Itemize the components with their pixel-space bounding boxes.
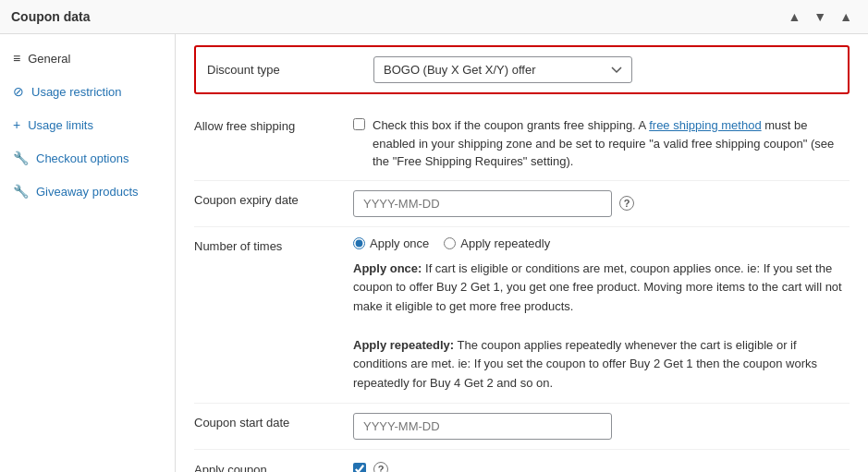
sidebar-item-general[interactable]: ≡ General — [0, 42, 175, 75]
usage-restriction-icon: ⊘ — [13, 84, 24, 99]
expiry-date-content: ? — [353, 190, 850, 217]
free-shipping-content: Check this box if the coupon grants free… — [353, 116, 850, 171]
sidebar-item-label-usage-limits: Usage limits — [28, 118, 93, 132]
discount-type-select[interactable]: BOGO (Buy X Get X/Y) offerPercentage dis… — [373, 56, 632, 83]
collapse-up-button[interactable]: ▲ — [783, 7, 805, 26]
checkout-options-icon: 🔧 — [13, 151, 29, 165]
apply-coupon-label: Apply coupon automatically — [194, 459, 342, 472]
discount-type-label: Discount type — [207, 63, 355, 77]
expiry-date-row: Coupon expiry date ? — [194, 181, 850, 227]
giveaway-products-icon: 🔧 — [13, 184, 29, 199]
sidebar-item-usage-restriction[interactable]: ⊘ Usage restriction — [0, 75, 175, 108]
start-date-row: Coupon start date — [194, 404, 850, 450]
apply-coupon-content: ? — [353, 459, 850, 472]
start-date-content — [353, 413, 850, 440]
apply-coupon-checkbox[interactable] — [353, 463, 366, 472]
content-area: Discount type BOGO (Buy X Get X/Y) offer… — [176, 34, 868, 472]
free-shipping-description: Check this box if the coupon grants free… — [373, 116, 850, 171]
free-shipping-checkbox[interactable] — [353, 118, 365, 130]
apply-radio-group: Apply once Apply repeatedly — [353, 236, 850, 250]
apply-coupon-row: Apply coupon automatically ? — [194, 450, 850, 472]
number-of-times-label: Number of times — [194, 236, 342, 253]
apply-description: Apply once: If cart is eligible or condi… — [353, 260, 850, 394]
number-of-times-content: Apply once Apply repeatedly Apply once: … — [353, 236, 850, 394]
apply-once-radio[interactable] — [353, 237, 365, 249]
header-title: Coupon data — [11, 9, 91, 24]
main-layout: ≡ General ⊘ Usage restriction + Usage li… — [0, 34, 868, 472]
number-of-times-row: Number of times Apply once Apply repeate… — [194, 227, 850, 405]
sidebar-item-checkout-options[interactable]: 🔧 Checkout options — [0, 141, 175, 175]
apply-coupon-help-icon[interactable]: ? — [373, 462, 388, 472]
apply-once-label: Apply once — [370, 236, 429, 250]
sidebar: ≡ General ⊘ Usage restriction + Usage li… — [0, 34, 176, 472]
apply-repeatedly-radio[interactable] — [444, 237, 456, 249]
apply-once-desc-text: If cart is eligible or conditions are me… — [353, 261, 842, 314]
expiry-date-help-icon[interactable]: ? — [619, 196, 634, 211]
expand-button[interactable]: ▲ — [835, 7, 857, 26]
coupon-data-header: Coupon data ▲ ▼ ▲ — [0, 0, 868, 34]
general-icon: ≡ — [13, 51, 20, 66]
apply-once-desc-title: Apply once: — [353, 261, 422, 275]
apply-repeatedly-option[interactable]: Apply repeatedly — [444, 236, 550, 250]
sidebar-item-label-general: General — [28, 52, 70, 66]
discount-type-section: Discount type BOGO (Buy X Get X/Y) offer… — [194, 45, 850, 94]
sidebar-item-giveaway-products[interactable]: 🔧 Giveaway products — [0, 175, 175, 208]
sidebar-item-usage-limits[interactable]: + Usage limits — [0, 108, 175, 141]
collapse-down-button[interactable]: ▼ — [809, 7, 831, 26]
free-shipping-link[interactable]: free shipping method — [649, 118, 761, 132]
apply-repeatedly-label: Apply repeatedly — [460, 236, 550, 250]
expiry-date-input[interactable] — [353, 190, 612, 217]
apply-once-option[interactable]: Apply once — [353, 236, 429, 250]
usage-limits-icon: + — [13, 117, 20, 132]
sidebar-item-label-checkout-options: Checkout options — [36, 151, 128, 165]
apply-repeatedly-desc-title: Apply repeatedly: — [353, 338, 454, 352]
expiry-date-label: Coupon expiry date — [194, 190, 342, 207]
start-date-input[interactable] — [353, 413, 612, 440]
sidebar-item-label-usage-restriction: Usage restriction — [31, 85, 122, 99]
sidebar-item-label-giveaway-products: Giveaway products — [36, 185, 139, 199]
start-date-label: Coupon start date — [194, 413, 342, 430]
header-controls: ▲ ▼ ▲ — [783, 7, 857, 26]
free-shipping-row: Allow free shipping Check this box if th… — [194, 107, 850, 181]
free-shipping-label: Allow free shipping — [194, 116, 342, 133]
free-shipping-checkbox-row: Check this box if the coupon grants free… — [353, 116, 850, 171]
